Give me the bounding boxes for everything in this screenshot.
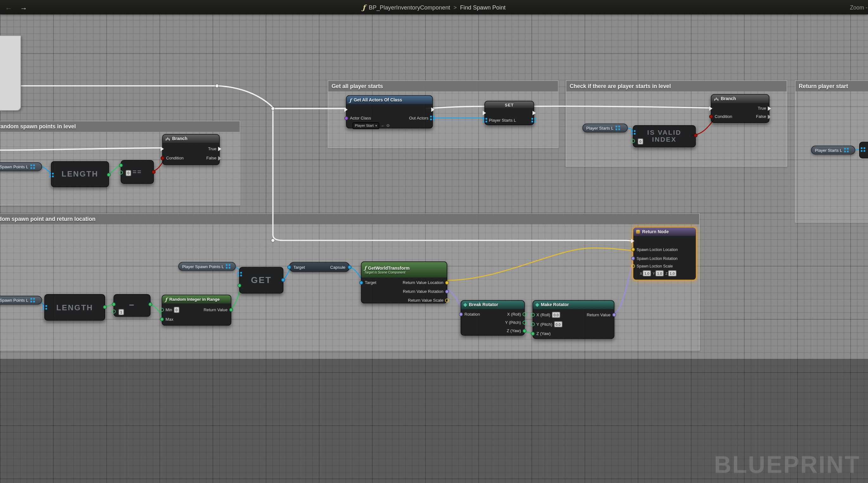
condition-pin[interactable]	[161, 156, 164, 160]
scale-x-field[interactable]: 1.0	[643, 270, 651, 276]
rotation-pin[interactable]	[459, 312, 463, 316]
exec-out-pin[interactable]	[431, 108, 434, 112]
var-node-player-starts[interactable]: Player Starts L	[582, 124, 627, 132]
variable-out-pin[interactable]	[30, 298, 35, 302]
node-return[interactable]: Return Node Spawn Loction Location Spawn…	[632, 227, 696, 280]
node-header[interactable]: SET	[485, 101, 534, 108]
comment-title[interactable]: Check if there are player starts in leve…	[566, 81, 786, 91]
node-equal-integer[interactable]: == 0	[121, 160, 154, 184]
set-value-pin[interactable]	[483, 118, 487, 122]
scale-y-field[interactable]: 1.0	[655, 270, 664, 276]
exec-in-pin[interactable]	[344, 108, 347, 112]
breadcrumb-root[interactable]: BP_PlayerInventoryComponent	[369, 4, 450, 10]
var-node-spawn-points[interactable]: Spawn Points L	[0, 296, 42, 305]
node-header[interactable]: ƒ Random Integer in Range	[162, 295, 231, 303]
var-node-spawn-points[interactable]: Spawn Points L	[0, 162, 42, 171]
node-break-rotator[interactable]: Break Rotator Rotation X (Roll) Y (Pitch…	[461, 300, 525, 336]
element-out-pin[interactable]	[281, 278, 285, 282]
node-header[interactable]: Break Rotator	[461, 301, 524, 309]
node-get-all-actors-of-class[interactable]: ƒ Get All Actors Of Class Actor Class Ou…	[346, 95, 433, 129]
target-pin[interactable]	[287, 265, 291, 269]
min-value-field[interactable]: 0	[174, 306, 179, 312]
variable-out-pin[interactable]	[844, 148, 849, 152]
var-node-player-starts[interactable]: Player Starts L	[811, 146, 855, 155]
node-header[interactable]: Branch	[711, 95, 769, 103]
breadcrumb-current[interactable]: Find Spawn Point	[460, 4, 505, 10]
node-array-length[interactable]: LENGTH	[51, 161, 109, 187]
nav-back-icon[interactable]: ←	[5, 3, 12, 11]
set-output-pin[interactable]	[532, 118, 536, 122]
node-array-length[interactable]: LENGTH	[44, 294, 105, 321]
use-selected-icon[interactable]: ←	[381, 123, 384, 128]
node-get-capsule-component[interactable]: Target Capsule	[289, 262, 350, 272]
return-rotation-pin[interactable]	[445, 289, 449, 293]
spawn-location-pin[interactable]	[631, 247, 635, 251]
variable-out-pin[interactable]	[226, 264, 230, 269]
yaw-pin[interactable]	[531, 332, 535, 335]
node-header[interactable]: Return Node	[633, 228, 696, 236]
variable-out-pin[interactable]	[30, 164, 35, 169]
comment-title[interactable]: Get all player starts	[328, 81, 558, 91]
node-branch-check[interactable]: Branch True Condition False	[711, 94, 770, 123]
comment-title[interactable]: dom spawn point and return location	[0, 214, 699, 224]
node-is-valid-index[interactable]: IS VALID INDEX 0	[632, 125, 696, 147]
length-out-pin[interactable]	[103, 305, 107, 309]
scale-z-field[interactable]: 1.0	[668, 270, 676, 276]
true-exec-pin[interactable]	[218, 146, 221, 151]
array-pin[interactable]	[43, 305, 47, 310]
pitch-pin[interactable]	[531, 322, 535, 326]
pitch-value-field[interactable]: 0.0	[554, 321, 562, 327]
return-scale-pin[interactable]	[445, 298, 449, 302]
return-value-pin[interactable]	[612, 313, 616, 316]
max-pin[interactable]	[160, 317, 164, 321]
node-set-player-starts[interactable]: SET Player Starts L	[484, 101, 534, 125]
result-pin[interactable]	[148, 302, 152, 306]
operand-a-pin[interactable]	[119, 163, 123, 167]
yaw-out-pin[interactable]	[523, 329, 527, 333]
spawn-rotation-pin[interactable]	[631, 256, 635, 260]
node-header[interactable]: Make Rotator	[533, 301, 614, 309]
target-array-pin[interactable]	[631, 130, 636, 135]
node-get-world-transform[interactable]: ƒ GetWorldTransform Target is Scene Comp…	[361, 262, 447, 304]
out-actors-pin[interactable]	[430, 116, 435, 120]
return-location-pin[interactable]	[445, 281, 449, 284]
node-header[interactable]: Branch	[163, 135, 219, 143]
array-pin[interactable]	[238, 272, 242, 276]
roll-value-field[interactable]: 0.0	[552, 312, 560, 318]
result-pin[interactable]	[152, 170, 156, 174]
operand-a-pin[interactable]	[112, 302, 116, 306]
node-int-subtract[interactable]: − 1	[114, 294, 151, 317]
exec-in-pin[interactable]	[483, 111, 486, 115]
false-exec-pin[interactable]	[768, 114, 771, 119]
return-value-pin[interactable]	[229, 308, 233, 311]
operand-b-pin[interactable]	[112, 310, 116, 313]
index-pin[interactable]	[631, 139, 635, 143]
return-bool-pin[interactable]	[694, 133, 698, 137]
length-out-pin[interactable]	[107, 173, 111, 177]
node-header[interactable]: ƒ GetWorldTransform Target is Scene Comp…	[362, 262, 447, 278]
target-pin[interactable]	[359, 281, 363, 284]
node-array-get[interactable]: GET	[239, 267, 283, 294]
exec-in-pin[interactable]	[161, 146, 164, 151]
roll-out-pin[interactable]	[523, 312, 527, 316]
spawn-scale-pin[interactable]	[631, 264, 635, 268]
comment-title[interactable]: random spawn points in level	[0, 121, 240, 132]
node-branch-top[interactable]: Branch True Condition False	[162, 134, 220, 165]
node-random-integer-in-range[interactable]: ƒ Random Integer in Range Min 0 Return V…	[161, 295, 231, 326]
array-pin[interactable]	[50, 173, 54, 177]
exec-in-pin[interactable]	[709, 106, 712, 111]
nav-forward-icon[interactable]: →	[20, 3, 27, 11]
index-pin[interactable]	[238, 284, 241, 288]
roll-pin[interactable]	[531, 313, 535, 316]
operand-b-field[interactable]: 1	[119, 309, 124, 315]
var-node-player-spawn-points[interactable]: Player Spawn Points L	[178, 262, 236, 271]
operand-b-pin[interactable]	[119, 171, 123, 174]
operand-b-field[interactable]: 0	[126, 170, 131, 176]
index-value-field[interactable]: 0	[638, 139, 643, 145]
capsule-out-pin[interactable]	[347, 265, 351, 269]
node-header[interactable]: ƒ Get All Actors Of Class	[347, 96, 432, 104]
node-make-rotator[interactable]: Make Rotator X (Roll) 0.0 Return Value Y…	[532, 300, 615, 339]
exec-in-pin[interactable]	[631, 239, 634, 243]
partial-node-top-left[interactable]	[0, 35, 21, 111]
actor-class-select[interactable]: Player Start ▾	[352, 122, 379, 129]
